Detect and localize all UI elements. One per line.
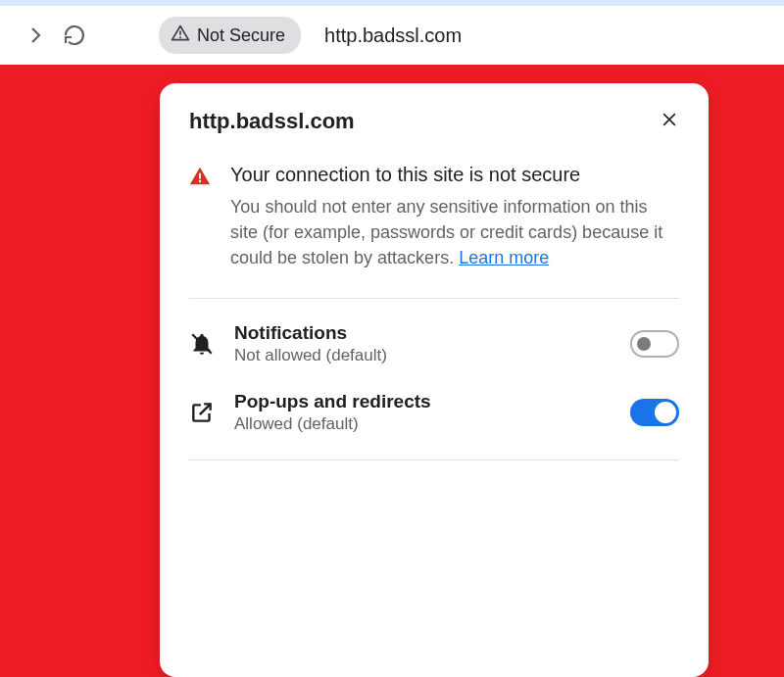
svg-point-3 (199, 180, 201, 182)
close-button[interactable] (660, 112, 679, 131)
forward-button[interactable] (22, 22, 49, 49)
permission-label: Notifications (234, 322, 611, 344)
permission-row-notifications: Notifications Not allowed (default) (189, 322, 679, 365)
popup-title: http.badssl.com (189, 109, 355, 134)
security-badge[interactable]: Not Secure (159, 17, 301, 54)
svg-rect-2 (199, 173, 201, 179)
permission-row-popups: Pop-ups and redirects Allowed (default) (189, 391, 679, 434)
security-description: You should not enter any sensitive infor… (230, 194, 679, 270)
notifications-toggle[interactable] (630, 330, 679, 358)
browser-toolbar: Not Secure http.badssl.com (0, 6, 784, 65)
learn-more-link[interactable]: Learn more (459, 248, 549, 267)
permission-status: Allowed (default) (234, 414, 611, 434)
warning-triangle-icon (171, 24, 190, 47)
site-info-popup: http.badssl.com Your connection to this … (160, 83, 709, 677)
divider (189, 459, 679, 460)
security-heading: Your connection to this site is not secu… (230, 162, 679, 188)
popups-toggle[interactable] (630, 399, 679, 426)
security-warning-section: Your connection to this site is not secu… (189, 162, 679, 270)
security-badge-label: Not Secure (197, 25, 285, 46)
divider (189, 298, 679, 299)
notifications-off-icon (189, 331, 215, 357)
permission-status: Not allowed (default) (234, 346, 611, 365)
svg-point-1 (179, 36, 181, 38)
warning-triangle-icon (189, 166, 211, 187)
reload-button[interactable] (61, 22, 88, 49)
permission-label: Pop-ups and redirects (234, 391, 611, 412)
close-icon (660, 110, 679, 133)
omnibox-url[interactable]: http.badssl.com (324, 24, 462, 47)
popup-redirect-icon (189, 400, 215, 425)
